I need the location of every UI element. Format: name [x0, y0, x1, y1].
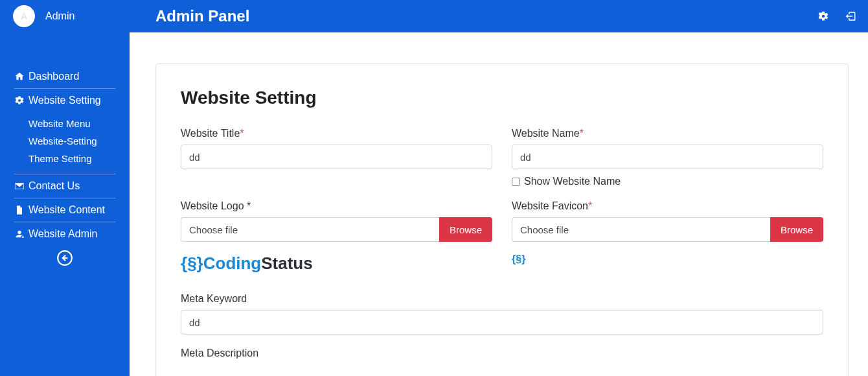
nav-label: Dashboard [29, 71, 79, 82]
header-icons [817, 10, 856, 22]
gear-icon[interactable] [817, 10, 829, 22]
main-content: Website Setting Website Title* Website N… [130, 32, 868, 376]
website-logo-file-input[interactable]: Choose file [181, 217, 439, 242]
logout-icon[interactable] [845, 10, 856, 22]
nav-theme-setting[interactable]: Theme Setting [29, 150, 115, 167]
nav-dashboard[interactable]: Dashboard [14, 65, 115, 89]
nav-website-content[interactable]: Website Content [14, 198, 115, 222]
sidebar: Dashboard Website Setting Website Menu W… [0, 32, 130, 376]
file-icon [14, 205, 25, 215]
meta-keyword-input[interactable] [181, 310, 823, 335]
collapse-sidebar-button[interactable] [0, 250, 130, 269]
arrow-left-circle-icon [56, 250, 73, 266]
nav-label: Website Content [29, 204, 105, 216]
label-meta-description: Meta Description [181, 347, 823, 359]
gear-icon [14, 95, 25, 106]
label-meta-keyword: Meta Keyword [181, 293, 823, 305]
label-website-name: Website Name* [512, 128, 823, 139]
required-star: * [580, 128, 584, 139]
label-website-favicon: Website Favicon* [512, 200, 823, 212]
nav-website-setting-sub[interactable]: Website-Setting [29, 132, 115, 150]
browse-logo-button[interactable]: Browse [439, 217, 492, 242]
app-header: A Admin Admin Panel [0, 0, 868, 32]
envelope-icon [14, 181, 25, 191]
avatar[interactable]: A [13, 5, 35, 27]
website-name-input[interactable] [512, 145, 823, 169]
nav-website-menu[interactable]: Website Menu [29, 115, 115, 132]
required-star: * [240, 128, 244, 139]
website-logo-preview: {§}CodingStatus [181, 253, 492, 274]
show-website-name-checkbox[interactable] [512, 178, 520, 186]
required-star: * [588, 200, 592, 211]
website-title-input[interactable] [181, 145, 492, 169]
website-favicon-file-input[interactable]: Choose file [512, 217, 770, 242]
label-website-title: Website Title* [181, 128, 492, 139]
panel-title: Admin Panel [155, 7, 249, 25]
user-name[interactable]: Admin [45, 10, 74, 22]
nav-label: Website Setting [29, 95, 101, 106]
nav-website-setting[interactable]: Website Setting [14, 89, 115, 112]
nav-website-admin[interactable]: Website Admin [14, 222, 115, 246]
home-icon [14, 71, 25, 82]
show-website-name-label: Show Website Name [524, 176, 621, 187]
website-favicon-preview: {§} [512, 253, 823, 265]
page-title: Website Setting [181, 88, 823, 108]
nav-contact-us[interactable]: Contact Us [14, 174, 115, 198]
label-website-logo: Website Logo * [181, 200, 492, 212]
avatar-letter: A [21, 11, 27, 21]
nav-label: Website Admin [29, 228, 97, 240]
user-gear-icon [14, 229, 25, 239]
browse-favicon-button[interactable]: Browse [770, 217, 823, 242]
nav-label: Contact Us [29, 180, 80, 192]
nav-sub-website-setting: Website Menu Website-Setting Theme Setti… [14, 112, 115, 174]
settings-card: Website Setting Website Title* Website N… [155, 64, 849, 376]
